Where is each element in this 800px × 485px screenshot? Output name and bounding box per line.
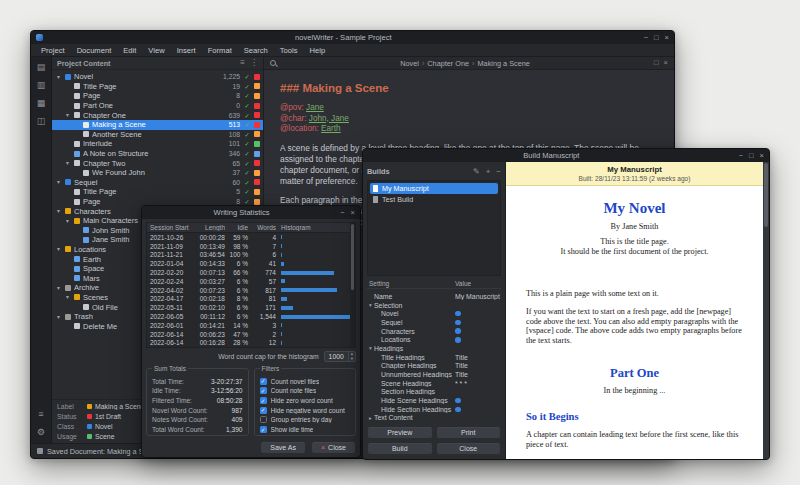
setting-row[interactable]: Hide Section Headings [367,405,501,414]
setting-row[interactable]: NameMy Manuscript [367,292,501,301]
setting-row[interactable]: ▾Selection [367,301,501,310]
quick-links-icon[interactable]: ≡ [240,59,245,67]
minimize-icon[interactable]: − [340,209,344,217]
tree-item[interactable]: Another Scene108✓ [52,130,263,140]
minimize-icon[interactable]: − [739,152,743,160]
menu-search[interactable]: Search [238,45,274,56]
menu-project[interactable]: Project [35,45,71,56]
session-row[interactable]: 2021-11-0900:13:4998 %7 [147,242,350,251]
scrollbar-thumb[interactable] [764,163,768,227]
session-row[interactable]: 2022-04-0200:07:236 %817 [147,286,350,295]
menu-tools[interactable]: Tools [274,45,304,56]
session-row[interactable]: 2022-06-0100:14:2114 %3 [147,321,350,330]
filter-checkbox[interactable]: ✓ [260,426,267,433]
tree-item[interactable]: ▾Chapter Two65✓ [52,158,263,168]
maximize-icon[interactable]: □ [749,152,754,160]
novel-view-icon[interactable]: ▥ [37,81,46,90]
close-document-icon[interactable]: × [664,59,668,67]
session-row[interactable]: 2022-06-1400:16:2828 %12 [147,339,350,348]
filter-checkbox[interactable]: ✓ [260,387,267,394]
session-row[interactable]: 2022-04-1700:02:188 %81 [147,295,350,304]
filter-checkbox[interactable]: ✓ [260,407,267,414]
build-button[interactable]: Build [367,442,433,455]
session-row[interactable]: 2022-01-0400:14:336 %41 [147,259,350,268]
session-row[interactable]: 2022-05-1100:02:106 %171 [147,303,350,312]
preview-scrollbar[interactable] [763,162,769,459]
build-titlebar[interactable]: Build Manuscript − □ × [363,149,769,162]
stats-titlebar[interactable]: Writing Statistics − × [142,206,360,219]
expand-arrow-icon[interactable]: ▾ [64,294,71,300]
setting-row[interactable]: Section Headings [367,388,501,397]
tree-item[interactable]: Page8✓ [52,91,263,101]
expand-arrow-icon[interactable]: ▾ [367,302,374,308]
tree-item[interactable]: Title Page19✓ [52,82,263,92]
print-button[interactable]: Print [436,426,502,439]
expand-arrow-icon[interactable]: ▾ [64,112,71,118]
add-build-icon[interactable]: + [480,168,491,176]
stats-scrollbar[interactable] [350,223,355,347]
menu-insert[interactable]: Insert [171,45,202,56]
remove-build-icon[interactable]: − [490,168,501,176]
expand-arrow-icon[interactable]: ▾ [55,179,62,185]
main-titlebar[interactable]: novelWriter - Sample Project − □ × [31,31,674,44]
settings-icon[interactable]: ⚙ [37,428,45,437]
tree-item[interactable]: Part One0✓ [52,101,263,111]
maximize-editor-icon[interactable]: □ [654,59,659,67]
tree-item[interactable]: ▾Sequel60✓ [52,178,263,188]
menu-document[interactable]: Document [71,45,118,56]
project-view-icon[interactable]: ▤ [37,63,46,72]
expand-arrow-icon[interactable]: ▾ [55,285,62,291]
expand-arrow-icon[interactable]: ▾ [55,208,62,214]
maximize-icon[interactable]: □ [654,34,659,42]
search-icon[interactable] [270,60,276,66]
expand-arrow-icon[interactable]: ▾ [64,160,71,166]
filter-checkbox[interactable] [260,416,267,423]
setting-row[interactable]: ▸Text Content [367,414,501,423]
session-row[interactable]: 2022-02-2400:03:276 %57 [147,277,350,286]
close-icon[interactable]: × [760,152,764,160]
tree-item[interactable]: Making a Scene513✓ [52,120,263,130]
menu-view[interactable]: View [142,45,170,56]
outline-view-icon[interactable]: ▦ [37,99,46,108]
setting-row[interactable]: ▾Headings [367,344,501,353]
edit-build-icon[interactable]: ✎ [467,168,480,176]
setting-row[interactable]: Sequel [367,318,501,327]
minimize-icon[interactable]: − [644,34,648,42]
session-row[interactable]: 2021-11-2103:46:54100 %6 [147,251,350,260]
setting-row[interactable]: Locations [367,335,501,344]
expand-arrow-icon[interactable]: ▾ [64,218,71,224]
filter-checkbox[interactable]: ✓ [260,397,267,404]
kebab-menu-icon[interactable]: ⋮ [250,59,258,67]
expand-arrow-icon[interactable]: ▾ [55,74,62,80]
close-button[interactable]: ×Close [311,441,356,454]
expand-arrow-icon[interactable]: ▸ [367,415,374,421]
build-list-item[interactable]: Test Build [370,194,498,205]
menu-format[interactable]: Format [202,45,238,56]
session-row[interactable]: 2021-10-2600:00:2859 %4 [147,233,350,242]
save-as-button[interactable]: Save As [260,441,306,454]
menu-icon[interactable]: ≡ [38,410,43,419]
setting-row[interactable]: Characters [367,327,501,336]
tree-item[interactable]: Title Page5✓ [52,187,263,197]
tree-item[interactable]: We Found John37✓ [52,168,263,178]
close-build-button[interactable]: Close [436,442,502,455]
setting-row[interactable]: Unnumbered HeadingsTitle [367,370,501,379]
spin-down-icon[interactable]: ▾ [349,357,355,362]
expand-arrow-icon[interactable]: ▾ [55,246,62,252]
preview-button[interactable]: Preview [367,426,433,439]
histogram-cap-spinner[interactable]: 1000 ▴ ▾ [324,351,356,362]
setting-row[interactable]: Chapter HeadingsTitle [367,362,501,371]
scrollbar-thumb[interactable] [351,224,354,290]
tree-item[interactable]: A Note on Structure346✓ [52,149,263,159]
tree-item[interactable]: Interlude101✓ [52,139,263,149]
close-icon[interactable]: × [665,34,669,42]
tree-item[interactable]: ▾Chapter One639✓ [52,110,263,120]
menu-help[interactable]: Help [304,45,332,56]
expand-arrow-icon[interactable]: ▾ [55,314,62,320]
filter-checkbox[interactable]: ✓ [260,378,267,385]
menu-edit[interactable]: Edit [117,45,142,56]
setting-row[interactable]: Novel [367,309,501,318]
session-row[interactable]: 2022-06-0500:11:126 %1,544 [147,312,350,321]
close-icon[interactable]: × [351,209,355,217]
session-row[interactable]: 2022-06-1400:06:2347 %2 [147,330,350,339]
